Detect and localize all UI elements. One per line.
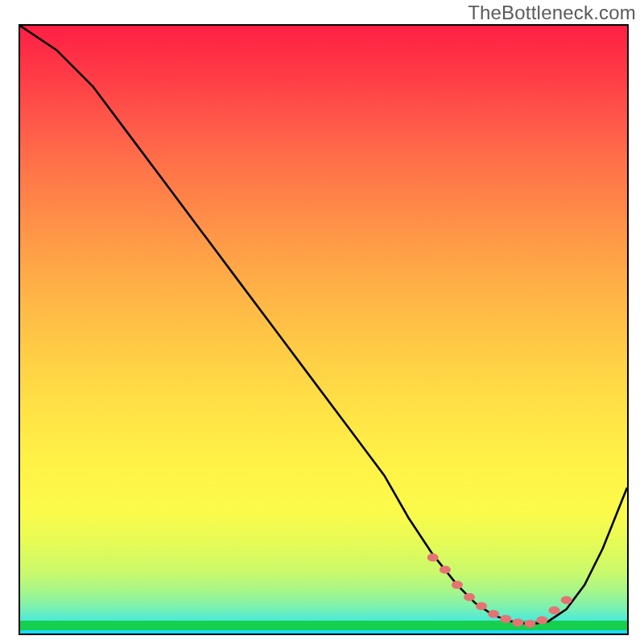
optimal-marker	[440, 566, 451, 574]
chart-svg	[20, 26, 627, 634]
attribution-text: TheBottleneck.com	[468, 2, 636, 24]
optimal-marker	[476, 602, 487, 610]
optimal-marker	[488, 610, 499, 618]
optimal-marker	[452, 581, 463, 589]
optimal-marker	[427, 554, 439, 562]
optimal-marker	[500, 615, 511, 623]
bottleneck-curve	[20, 26, 627, 625]
optimal-marker	[464, 593, 475, 601]
optimal-marker	[512, 618, 523, 626]
optimal-marker	[524, 620, 535, 628]
optimal-marker	[561, 597, 572, 605]
optimal-marker	[549, 606, 560, 614]
optimal-marker	[536, 616, 547, 624]
chart-plot-area	[19, 24, 629, 635]
